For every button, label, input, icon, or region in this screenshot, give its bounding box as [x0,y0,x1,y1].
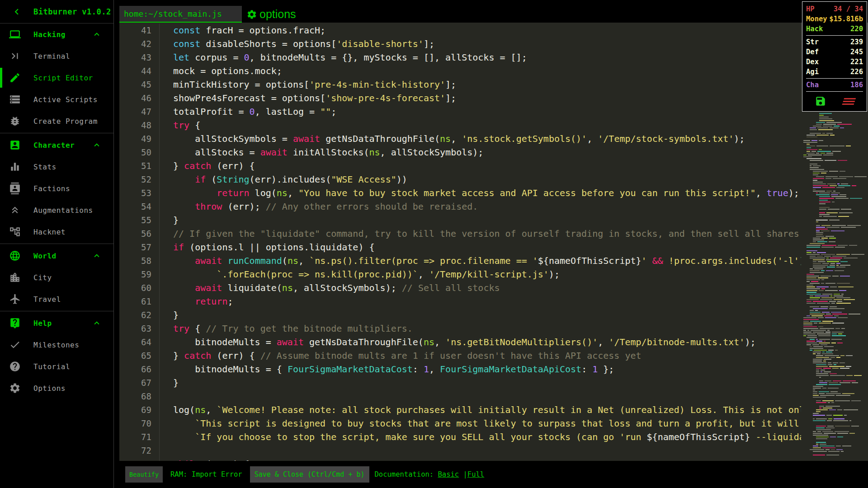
code-line[interactable]: 58 await runCommand(ns, `ns.ps().filter(… [119,254,868,267]
code-line[interactable]: 54 throw (err); // Any other errors shou… [119,200,868,213]
sidebar-section-label: Help [33,319,52,328]
airplane-icon [9,293,21,305]
sidebar-header: Bitburner v1.0.2 [0,0,113,23]
minimap-line [801,203,868,204]
sidebar-item-script-editor[interactable]: Script Editor [0,67,113,89]
minimap-line [801,247,868,248]
minimap-line [801,433,868,434]
minimap-line [801,243,868,244]
overview-stat-hack: Hack 220 [806,24,863,34]
code-line[interactable]: 64 bitnodeMults = await getNsDataThrough… [119,335,868,349]
minimap-line [801,160,868,161]
sidebar-section-world[interactable]: World [0,245,113,267]
sidebar-item-factions[interactable]: Factions [0,178,113,199]
sidebar-item-tutorial[interactable]: Tutorial [0,356,113,377]
code-line[interactable]: 66 bitnodeMults = { FourSigmaMarketDataC… [119,362,868,376]
sidebar-item-hacknet[interactable]: Hacknet [0,221,113,243]
live-help-icon [9,317,21,329]
sidebar-item-create-program[interactable]: Create Program [0,110,113,132]
code-line[interactable]: 46showPre4sForecast = options['show-pre-… [119,91,868,105]
minimap-line [801,326,868,327]
chevron-up-icon [92,251,102,261]
collapse-sidebar-button[interactable] [11,6,23,18]
line-number: 73 [119,457,160,461]
code-line[interactable]: 44mock = options.mock; [119,64,868,78]
sidebar-item-milestones[interactable]: Milestones [0,334,113,356]
save-close-button[interactable]: Save & Close (Ctrl/Cmd + b) [250,466,369,483]
sidebar-item-label: Options [33,384,66,393]
line-number: 69 [119,403,160,417]
code-line[interactable]: 59 `.forEach(proc => ns.kill(proc.pid))`… [119,267,868,281]
code-line[interactable]: 41const fracH = options.fracH; [119,23,868,37]
minimap-line [801,364,868,365]
code-line[interactable]: 69log(ns, `Welcome! Please note: all sto… [119,403,868,417]
kill-scripts-icon[interactable] [841,97,856,106]
minimap-line [801,436,868,437]
code-text: const disableShorts = options['disable-s… [160,37,434,51]
sidebar-section-hacking[interactable]: Hacking [0,23,113,45]
save-game-icon[interactable] [815,95,826,107]
code-line[interactable]: 57if (options.l || options.liquidate) { [119,240,868,254]
code-line[interactable]: 56// If given the "liquidate" command, t… [119,227,868,240]
code-line[interactable]: 63try { // Try to get the bitnode multip… [119,322,868,335]
doc-full-link[interactable]: Full [467,470,484,479]
code-line[interactable]: 71 `If you choose to stop the script, ma… [119,430,868,444]
code-line[interactable]: 72 [119,444,868,457]
code-line[interactable]: 65} catch (err) { // Assume bitnode mult… [119,349,868,362]
sidebar-item-label: Factions [33,184,70,193]
minimap-line [801,451,868,452]
code-line[interactable]: 61 return; [119,295,868,308]
minimap-line [801,404,868,405]
code-line[interactable]: 60 await liquidate(ns, allStockSymbols);… [119,281,868,295]
code-editor[interactable]: 41const fracH = options.fracH;42const di… [119,23,868,461]
code-line[interactable]: 52 if (String(err).includes("WSE Access"… [119,173,868,186]
sidebar-section-help[interactable]: Help [0,312,113,334]
minimap-line [801,393,868,394]
sidebar-item-stats[interactable]: Stats [0,156,113,178]
minimap-line [801,346,868,347]
sidebar-item-augmentations[interactable]: Augmentations [0,199,113,221]
sidebar-item-options[interactable]: Options [0,377,113,399]
code-line[interactable]: 73while (true) { [119,457,868,461]
code-text: if (options.l || options.liquidate) { [160,240,375,254]
minimap-line [801,147,868,148]
minimap-line [801,297,868,298]
sidebar-item-city[interactable]: City [0,267,113,288]
code-line[interactable]: 55} [119,213,868,227]
sidebar-section-character[interactable]: Character [0,134,113,156]
code-line[interactable]: 50 allStocks = await initAllStocks(ns, a… [119,145,868,159]
minimap-line [801,303,868,304]
minimap-line [801,120,868,121]
minimap-line [801,277,868,278]
minimap-line [801,310,868,311]
globe-icon [9,250,21,262]
beautify-button[interactable]: Beautify [125,466,163,483]
code-line[interactable]: 43let corpus = 0, bitnodeMults = {}, myS… [119,51,868,64]
editor-options-button[interactable]: options [246,8,296,21]
code-line[interactable]: 51} catch (err) { [119,159,868,173]
code-line[interactable]: 68 [119,389,868,403]
minimap-line [801,245,868,246]
minimap-line [801,207,868,208]
code-line[interactable]: 49 allStockSymbols = await getNsDataThro… [119,132,868,145]
code-line[interactable]: 48try { [119,118,868,132]
code-text: // If given the "liquidate" command, try… [160,227,868,240]
code-line[interactable]: 47totalProfit = 0, lastLog = ""; [119,105,868,118]
code-line[interactable]: 53 return log(ns, "You have to buy stock… [119,186,868,200]
code-line[interactable]: 67} [119,376,868,389]
file-tab[interactable]: home:~/stock_main.js [119,6,242,23]
code-line[interactable]: 62} [119,308,868,322]
sidebar-item-label: Active Scripts [33,95,98,104]
doc-basic-link[interactable]: Basic [438,470,459,479]
code-line[interactable]: 42const disableShorts = options['disable… [119,37,868,51]
minimap-line [801,220,868,221]
minimap-line [801,395,868,396]
sidebar-item-travel[interactable]: Travel [0,288,113,310]
code-line[interactable]: 70 `This script is designed to buy stock… [119,417,868,430]
minimap-line [801,122,868,123]
code-line[interactable]: 45minTickHistory = options['pre-4s-min-t… [119,78,868,91]
sidebar-item-terminal[interactable]: Terminal [0,45,113,67]
minimap-line [801,178,868,179]
code-text: while (true) { [160,457,250,461]
sidebar-item-active-scripts[interactable]: Active Scripts [0,89,113,110]
